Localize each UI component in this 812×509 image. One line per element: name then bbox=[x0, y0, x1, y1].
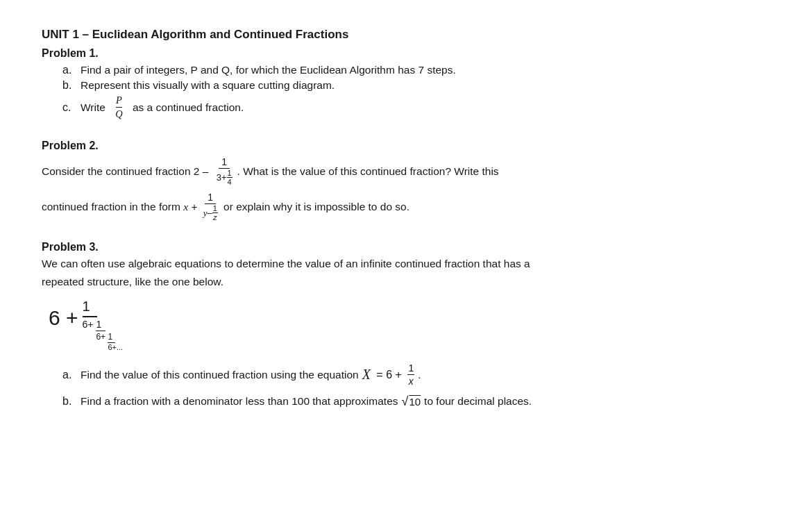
problem2-line1: Consider the continued fraction 2 – 1 3+… bbox=[42, 156, 770, 186]
eq-fraction: 1 x bbox=[407, 362, 414, 387]
p1b-label: b. bbox=[62, 79, 75, 92]
unit-title: UNIT 1 – Euclidean Algorithm and Continu… bbox=[42, 28, 770, 42]
p3b-text: Find a fraction with a denominator less … bbox=[81, 395, 532, 408]
xfrac-form: 1 y– 1 z bbox=[203, 192, 218, 222]
problem2-line2: continued fraction in the form x + 1 y– … bbox=[42, 192, 770, 222]
equation-X: X = 6 + 1 x bbox=[362, 362, 415, 387]
p3-text2: repeated structure, like the one below. bbox=[42, 276, 770, 288]
p1c-label: c. bbox=[62, 101, 75, 114]
p1c-text-pre: Write bbox=[81, 101, 108, 114]
p2-line2-or: or explain why it is impossible to do so… bbox=[221, 201, 409, 213]
p1c-text-post: as a continued fraction. bbox=[130, 101, 244, 114]
p3b-post: to four decimal places. bbox=[424, 395, 532, 408]
p2-line1-pre: Consider the continued fraction 2 – bbox=[42, 165, 212, 178]
p3b-label: b. bbox=[62, 395, 75, 408]
p3a-text: Find the value of this continued fractio… bbox=[81, 362, 421, 387]
nested-fraction-level3: 1 6+... bbox=[108, 332, 123, 351]
problem2-title: Problem 2. bbox=[42, 140, 770, 152]
problem1-title: Problem 1. bbox=[42, 47, 770, 60]
p1b-text: Represent this visually with a square cu… bbox=[81, 79, 335, 92]
p1a-label: a. bbox=[62, 64, 75, 76]
p3a-pre: Find the value of this continued fractio… bbox=[81, 369, 359, 381]
p3a-label: a. bbox=[62, 369, 75, 381]
nested-fraction-level1: 1 6+ 1 6+ 1 6+... bbox=[83, 298, 124, 351]
p3b-pre: Find a fraction with a denominator less … bbox=[81, 395, 398, 408]
p2-line2-pre: continued fraction in the form x + bbox=[42, 201, 201, 213]
sqrt-10: √10 bbox=[402, 395, 421, 408]
problem3-title: Problem 3. bbox=[42, 241, 770, 253]
big-continued-fraction: 6 + 1 6+ 1 6+ 1 6+... bbox=[49, 298, 770, 351]
big-6: 6 + bbox=[49, 308, 78, 328]
p1a-text: Find a pair of integers, P and Q, for wh… bbox=[81, 64, 456, 76]
continued-fraction-2: 1 3+ 1 4 bbox=[217, 156, 232, 186]
p-over-q-fraction: P Q bbox=[115, 94, 122, 120]
p3-text1: We can often use algebraic equations to … bbox=[42, 258, 770, 270]
nested-fraction-level2: 1 6+ 1 6+... bbox=[96, 319, 123, 351]
p3a-post: . bbox=[418, 369, 421, 381]
p2-line1-post: . What is the value of this continued fr… bbox=[237, 165, 499, 178]
